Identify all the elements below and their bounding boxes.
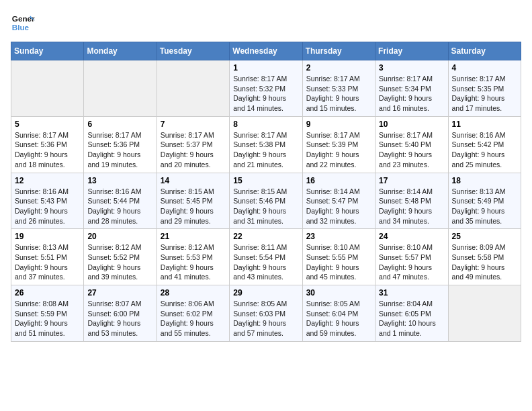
day-number: 8	[233, 120, 298, 129]
calendar-day-5: 5Sunrise: 8:17 AMSunset: 5:36 PMDaylight…	[11, 116, 84, 173]
calendar-header: SundayMondayTuesdayWednesdayThursdayFrid…	[11, 42, 521, 60]
calendar-day-16: 16Sunrise: 8:14 AMSunset: 5:47 PMDayligh…	[302, 173, 375, 229]
day-number: 16	[306, 176, 371, 185]
calendar-day-6: 6Sunrise: 8:17 AMSunset: 5:36 PMDaylight…	[84, 116, 157, 173]
calendar-day-31: 31Sunrise: 8:04 AMSunset: 6:05 PMDayligh…	[375, 285, 448, 342]
day-info: Sunrise: 8:17 AMSunset: 5:34 PMDaylight:…	[379, 74, 444, 113]
day-number: 9	[306, 120, 371, 129]
day-number: 18	[452, 176, 517, 185]
page-header: General Blue	[11, 11, 521, 35]
calendar-day-25: 25Sunrise: 8:09 AMSunset: 5:58 PMDayligh…	[448, 229, 521, 285]
calendar-day-3: 3Sunrise: 8:17 AMSunset: 5:34 PMDaylight…	[375, 60, 448, 117]
day-info: Sunrise: 8:15 AMSunset: 5:46 PMDaylight:…	[233, 187, 298, 226]
calendar-week-1: 1Sunrise: 8:17 AMSunset: 5:32 PMDaylight…	[11, 60, 521, 117]
calendar-day-22: 22Sunrise: 8:11 AMSunset: 5:54 PMDayligh…	[230, 229, 302, 285]
calendar-week-4: 19Sunrise: 8:13 AMSunset: 5:51 PMDayligh…	[11, 229, 521, 285]
calendar-day-19: 19Sunrise: 8:13 AMSunset: 5:51 PMDayligh…	[11, 229, 84, 285]
calendar-day-4: 4Sunrise: 8:17 AMSunset: 5:35 PMDaylight…	[448, 60, 521, 117]
calendar-body: 1Sunrise: 8:17 AMSunset: 5:32 PMDaylight…	[11, 60, 521, 342]
calendar-day-7: 7Sunrise: 8:17 AMSunset: 5:37 PMDaylight…	[157, 116, 229, 173]
day-number: 26	[15, 288, 80, 298]
weekday-header-tuesday: Tuesday	[157, 42, 229, 60]
weekday-header-saturday: Saturday	[448, 42, 521, 60]
day-info: Sunrise: 8:04 AMSunset: 6:05 PMDaylight:…	[379, 299, 444, 338]
empty-day	[448, 285, 521, 342]
day-number: 21	[161, 232, 226, 241]
logo: General Blue	[11, 11, 35, 35]
calendar-table: SundayMondayTuesdayWednesdayThursdayFrid…	[11, 42, 521, 342]
day-number: 15	[233, 176, 298, 185]
day-info: Sunrise: 8:17 AMSunset: 5:33 PMDaylight:…	[306, 74, 371, 113]
day-info: Sunrise: 8:16 AMSunset: 5:44 PMDaylight:…	[87, 187, 152, 226]
calendar-day-1: 1Sunrise: 8:17 AMSunset: 5:32 PMDaylight…	[230, 60, 302, 117]
day-number: 6	[87, 120, 152, 129]
calendar-week-2: 5Sunrise: 8:17 AMSunset: 5:36 PMDaylight…	[11, 116, 521, 173]
day-number: 19	[15, 232, 80, 241]
empty-day	[11, 60, 84, 117]
day-info: Sunrise: 8:15 AMSunset: 5:45 PMDaylight:…	[161, 187, 226, 226]
empty-day	[157, 60, 229, 117]
calendar-day-15: 15Sunrise: 8:15 AMSunset: 5:46 PMDayligh…	[230, 173, 302, 229]
calendar-day-24: 24Sunrise: 8:10 AMSunset: 5:57 PMDayligh…	[375, 229, 448, 285]
day-info: Sunrise: 8:17 AMSunset: 5:38 PMDaylight:…	[233, 130, 298, 170]
calendar-day-17: 17Sunrise: 8:14 AMSunset: 5:48 PMDayligh…	[375, 173, 448, 229]
day-number: 1	[233, 63, 298, 73]
calendar-day-28: 28Sunrise: 8:06 AMSunset: 6:02 PMDayligh…	[157, 285, 229, 342]
calendar-day-10: 10Sunrise: 8:17 AMSunset: 5:40 PMDayligh…	[375, 116, 448, 173]
calendar-day-27: 27Sunrise: 8:07 AMSunset: 6:00 PMDayligh…	[84, 285, 157, 342]
day-number: 29	[233, 288, 298, 298]
weekday-header-monday: Monday	[84, 42, 157, 60]
day-number: 30	[306, 288, 371, 298]
day-number: 31	[379, 288, 444, 298]
day-number: 13	[87, 176, 152, 185]
day-number: 25	[452, 232, 517, 241]
day-number: 24	[379, 232, 444, 241]
calendar-day-11: 11Sunrise: 8:16 AMSunset: 5:42 PMDayligh…	[448, 116, 521, 173]
day-info: Sunrise: 8:07 AMSunset: 6:00 PMDaylight:…	[87, 299, 152, 338]
calendar-week-5: 26Sunrise: 8:08 AMSunset: 5:59 PMDayligh…	[11, 285, 521, 342]
day-number: 2	[306, 63, 371, 73]
day-info: Sunrise: 8:10 AMSunset: 5:57 PMDaylight:…	[379, 242, 444, 282]
day-info: Sunrise: 8:13 AMSunset: 5:51 PMDaylight:…	[15, 242, 80, 282]
day-info: Sunrise: 8:17 AMSunset: 5:40 PMDaylight:…	[379, 130, 444, 170]
day-number: 7	[161, 120, 226, 129]
calendar-day-30: 30Sunrise: 8:05 AMSunset: 6:04 PMDayligh…	[302, 285, 375, 342]
day-info: Sunrise: 8:10 AMSunset: 5:55 PMDaylight:…	[306, 242, 371, 282]
day-info: Sunrise: 8:05 AMSunset: 6:03 PMDaylight:…	[233, 299, 298, 338]
calendar-day-8: 8Sunrise: 8:17 AMSunset: 5:38 PMDaylight…	[230, 116, 302, 173]
day-number: 23	[306, 232, 371, 241]
day-info: Sunrise: 8:06 AMSunset: 6:02 PMDaylight:…	[161, 299, 226, 338]
day-info: Sunrise: 8:13 AMSunset: 5:49 PMDaylight:…	[452, 187, 517, 226]
calendar-day-12: 12Sunrise: 8:16 AMSunset: 5:43 PMDayligh…	[11, 173, 84, 229]
day-number: 10	[379, 120, 444, 129]
calendar-day-2: 2Sunrise: 8:17 AMSunset: 5:33 PMDaylight…	[302, 60, 375, 117]
weekday-header-thursday: Thursday	[302, 42, 375, 60]
day-info: Sunrise: 8:17 AMSunset: 5:32 PMDaylight:…	[233, 74, 298, 113]
day-number: 11	[452, 120, 517, 129]
weekday-header-friday: Friday	[375, 42, 448, 60]
calendar-day-13: 13Sunrise: 8:16 AMSunset: 5:44 PMDayligh…	[84, 173, 157, 229]
day-info: Sunrise: 8:16 AMSunset: 5:42 PMDaylight:…	[452, 130, 517, 170]
calendar-week-3: 12Sunrise: 8:16 AMSunset: 5:43 PMDayligh…	[11, 173, 521, 229]
day-info: Sunrise: 8:12 AMSunset: 5:52 PMDaylight:…	[87, 242, 152, 282]
calendar-day-9: 9Sunrise: 8:17 AMSunset: 5:39 PMDaylight…	[302, 116, 375, 173]
calendar-day-29: 29Sunrise: 8:05 AMSunset: 6:03 PMDayligh…	[230, 285, 302, 342]
calendar-day-21: 21Sunrise: 8:12 AMSunset: 5:53 PMDayligh…	[157, 229, 229, 285]
day-number: 4	[452, 63, 517, 73]
calendar-day-18: 18Sunrise: 8:13 AMSunset: 5:49 PMDayligh…	[448, 173, 521, 229]
day-info: Sunrise: 8:17 AMSunset: 5:36 PMDaylight:…	[87, 130, 152, 170]
day-info: Sunrise: 8:09 AMSunset: 5:58 PMDaylight:…	[452, 242, 517, 282]
day-number: 20	[87, 232, 152, 241]
day-number: 17	[379, 176, 444, 185]
day-number: 27	[87, 288, 152, 298]
day-number: 12	[15, 176, 80, 185]
weekday-header-wednesday: Wednesday	[230, 42, 302, 60]
calendar-day-23: 23Sunrise: 8:10 AMSunset: 5:55 PMDayligh…	[302, 229, 375, 285]
svg-text:Blue: Blue	[12, 23, 30, 32]
day-info: Sunrise: 8:14 AMSunset: 5:48 PMDaylight:…	[379, 187, 444, 226]
day-number: 28	[161, 288, 226, 298]
day-info: Sunrise: 8:11 AMSunset: 5:54 PMDaylight:…	[233, 242, 298, 282]
day-number: 3	[379, 63, 444, 73]
weekday-row: SundayMondayTuesdayWednesdayThursdayFrid…	[11, 42, 521, 60]
day-info: Sunrise: 8:14 AMSunset: 5:47 PMDaylight:…	[306, 187, 371, 226]
